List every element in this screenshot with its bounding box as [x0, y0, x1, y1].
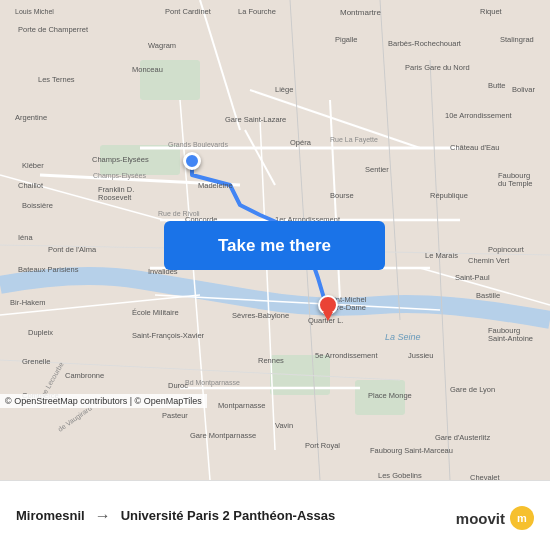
svg-text:Sèvres-Babylone: Sèvres-Babylone — [232, 311, 289, 320]
svg-text:Vavin: Vavin — [275, 421, 293, 430]
svg-text:Monceau: Monceau — [132, 65, 163, 74]
svg-text:Barbès-Rochechouart: Barbès-Rochechouart — [388, 39, 462, 48]
svg-text:Paris Gare du Nord: Paris Gare du Nord — [405, 63, 470, 72]
moovit-brand-text: moovit — [456, 510, 505, 527]
svg-text:Faubourg Saint-Marceau: Faubourg Saint-Marceau — [370, 446, 453, 455]
svg-text:Duroc: Duroc — [168, 381, 188, 390]
svg-text:Chemin Vert: Chemin Vert — [468, 256, 510, 265]
origin-marker — [183, 152, 201, 170]
svg-text:Gare Montparnasse: Gare Montparnasse — [190, 431, 256, 440]
svg-text:Rennes: Rennes — [258, 356, 284, 365]
moovit-logo: moovit m — [456, 506, 534, 530]
svg-text:La Seine: La Seine — [385, 332, 421, 342]
svg-text:Pont Cardinet: Pont Cardinet — [165, 7, 212, 16]
svg-text:Dupleix: Dupleix — [28, 328, 53, 337]
svg-text:La Fourche: La Fourche — [238, 7, 276, 16]
svg-text:Grenelle: Grenelle — [22, 357, 50, 366]
footer-from-station: Miromesnil — [16, 508, 85, 523]
svg-text:Bateaux Parisiens: Bateaux Parisiens — [18, 265, 79, 274]
svg-text:Chaillot: Chaillot — [18, 181, 44, 190]
svg-text:Louis Michel: Louis Michel — [15, 8, 54, 15]
svg-text:Château d'Eau: Château d'Eau — [450, 143, 499, 152]
svg-text:Opéra: Opéra — [290, 138, 312, 147]
svg-text:Iéna: Iéna — [18, 233, 33, 242]
svg-text:10e Arrondissement: 10e Arrondissement — [445, 111, 513, 120]
svg-text:Place Monge: Place Monge — [368, 391, 412, 400]
svg-text:Wagram: Wagram — [148, 41, 176, 50]
footer-to-station: Université Paris 2 Panthéon-Assas — [121, 508, 336, 523]
svg-text:Madeleine: Madeleine — [198, 181, 233, 190]
svg-text:Gare d'Austerlitz: Gare d'Austerlitz — [435, 433, 490, 442]
footer-bar: Miromesnil → Université Paris 2 Panthéon… — [0, 480, 550, 550]
svg-text:Saint-Antoine: Saint-Antoine — [488, 334, 533, 343]
svg-text:Porte de Champerret: Porte de Champerret — [18, 25, 89, 34]
svg-text:Bastille: Bastille — [476, 291, 500, 300]
map-container: La Seine — [0, 0, 550, 480]
svg-text:Gare de Lyon: Gare de Lyon — [450, 385, 495, 394]
svg-text:Le Marais: Le Marais — [425, 251, 458, 260]
svg-text:Gare Saint-Lazare: Gare Saint-Lazare — [225, 115, 286, 124]
svg-text:République: République — [430, 191, 468, 200]
svg-text:Chevalet: Chevalet — [470, 473, 501, 480]
svg-text:Montparnasse: Montparnasse — [218, 401, 266, 410]
svg-text:Riquet: Riquet — [480, 7, 503, 16]
svg-text:Bir-Hakem: Bir-Hakem — [10, 298, 45, 307]
footer-direction-arrow: → — [95, 507, 111, 525]
svg-text:Boissière: Boissière — [22, 201, 53, 210]
svg-text:Champs-Elysées: Champs-Elysées — [93, 172, 146, 180]
svg-text:Pont de l'Alma: Pont de l'Alma — [48, 245, 97, 254]
svg-text:Les Gobelins: Les Gobelins — [378, 471, 422, 480]
svg-text:Les Ternes: Les Ternes — [38, 75, 75, 84]
svg-text:Stalingrad: Stalingrad — [500, 35, 534, 44]
svg-text:Champs-Elysées: Champs-Elysées — [92, 155, 149, 164]
svg-text:Bolivar: Bolivar — [512, 85, 535, 94]
map-attribution: © OpenStreetMap contributors | © OpenMap… — [0, 394, 207, 408]
svg-text:Montmartre: Montmartre — [340, 8, 381, 17]
svg-text:m: m — [517, 512, 527, 524]
svg-text:Butte: Butte — [488, 81, 506, 90]
svg-text:Pasteur: Pasteur — [162, 411, 188, 420]
svg-text:Kléber: Kléber — [22, 161, 44, 170]
svg-text:Roosevelt: Roosevelt — [98, 193, 132, 202]
svg-text:Popincourt: Popincourt — [488, 245, 525, 254]
svg-text:Pigalle: Pigalle — [335, 35, 358, 44]
moovit-icon: m — [510, 506, 534, 530]
svg-text:École Militaire: École Militaire — [132, 308, 179, 317]
svg-text:Liège: Liège — [275, 85, 293, 94]
destination-marker — [318, 295, 338, 315]
svg-text:Jussieu: Jussieu — [408, 351, 433, 360]
svg-text:5e Arrondissement: 5e Arrondissement — [315, 351, 378, 360]
svg-text:Saint-François-Xavier: Saint-François-Xavier — [132, 331, 205, 340]
svg-text:Cambronne: Cambronne — [65, 371, 104, 380]
svg-text:Saint-Paul: Saint-Paul — [455, 273, 490, 282]
svg-text:Grands Boulevards: Grands Boulevards — [168, 141, 228, 148]
svg-text:Bd Montparnasse: Bd Montparnasse — [185, 379, 240, 387]
svg-text:Rue La Fayette: Rue La Fayette — [330, 136, 378, 144]
take-me-there-button[interactable]: Take me there — [164, 221, 385, 270]
svg-text:Sentier: Sentier — [365, 165, 389, 174]
svg-text:Port Royal: Port Royal — [305, 441, 340, 450]
svg-text:Argentine: Argentine — [15, 113, 47, 122]
svg-text:du Temple: du Temple — [498, 179, 532, 188]
svg-text:Bourse: Bourse — [330, 191, 354, 200]
